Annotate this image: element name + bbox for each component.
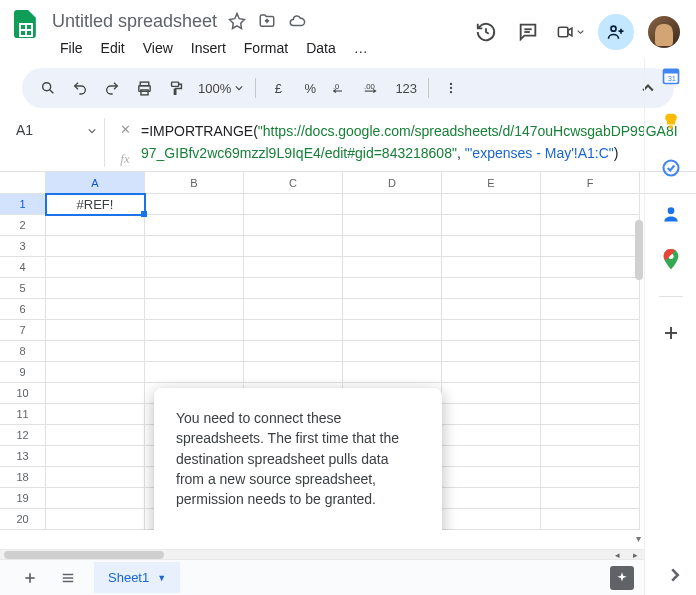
row-header[interactable]: 19 xyxy=(0,488,46,509)
cell[interactable] xyxy=(442,257,541,278)
cell[interactable] xyxy=(442,488,541,509)
print-icon[interactable] xyxy=(130,74,158,102)
cell[interactable] xyxy=(541,425,640,446)
name-box[interactable]: A1 xyxy=(8,118,104,142)
cell[interactable] xyxy=(46,488,145,509)
cell[interactable] xyxy=(244,320,343,341)
cell[interactable] xyxy=(541,278,640,299)
search-icon[interactable] xyxy=(34,74,62,102)
cell[interactable] xyxy=(541,467,640,488)
cell[interactable] xyxy=(541,383,640,404)
cell[interactable] xyxy=(46,341,145,362)
cell[interactable] xyxy=(343,299,442,320)
cell[interactable] xyxy=(541,341,640,362)
row-header[interactable]: 12 xyxy=(0,425,46,446)
vertical-scrollbar[interactable]: ▾ xyxy=(632,196,644,547)
cell[interactable] xyxy=(145,215,244,236)
paint-format-icon[interactable] xyxy=(162,74,190,102)
row-header[interactable]: 10 xyxy=(0,383,46,404)
decrease-decimal-icon[interactable]: .0 xyxy=(328,74,356,102)
all-sheets-icon[interactable] xyxy=(56,566,80,590)
cell[interactable] xyxy=(145,341,244,362)
cell[interactable] xyxy=(442,425,541,446)
cell[interactable] xyxy=(343,362,442,383)
cell[interactable] xyxy=(541,215,640,236)
cell[interactable] xyxy=(442,446,541,467)
cell[interactable] xyxy=(343,257,442,278)
cell[interactable] xyxy=(46,320,145,341)
maps-icon[interactable] xyxy=(661,250,681,270)
more-formats-button[interactable]: 123 xyxy=(392,74,420,102)
row-header[interactable]: 7 xyxy=(0,320,46,341)
cell[interactable] xyxy=(46,446,145,467)
row-header[interactable]: 11 xyxy=(0,404,46,425)
cell[interactable] xyxy=(46,257,145,278)
menu-file[interactable]: File xyxy=(52,36,91,60)
cell[interactable] xyxy=(46,404,145,425)
row-header[interactable]: 5 xyxy=(0,278,46,299)
cell[interactable] xyxy=(244,299,343,320)
column-header[interactable]: F xyxy=(541,172,640,193)
horizontal-scrollbar[interactable]: ◂▸ xyxy=(0,549,644,559)
cell[interactable] xyxy=(46,362,145,383)
column-header[interactable]: C xyxy=(244,172,343,193)
redo-icon[interactable] xyxy=(98,74,126,102)
cell[interactable] xyxy=(244,278,343,299)
column-header[interactable]: A xyxy=(46,172,145,193)
history-icon[interactable] xyxy=(472,18,500,46)
cell[interactable] xyxy=(145,362,244,383)
menu-edit[interactable]: Edit xyxy=(93,36,133,60)
more-toolbar-icon[interactable] xyxy=(437,74,465,102)
cell[interactable] xyxy=(244,257,343,278)
select-all-corner[interactable] xyxy=(0,172,46,193)
row-header[interactable]: 9 xyxy=(0,362,46,383)
cell[interactable] xyxy=(442,194,541,215)
meet-icon[interactable] xyxy=(556,18,584,46)
cell[interactable] xyxy=(541,488,640,509)
cell[interactable] xyxy=(46,236,145,257)
cell[interactable] xyxy=(442,383,541,404)
menu-more[interactable]: … xyxy=(346,36,376,60)
cell[interactable] xyxy=(343,194,442,215)
menu-data[interactable]: Data xyxy=(298,36,344,60)
cell[interactable] xyxy=(244,341,343,362)
share-button[interactable] xyxy=(598,14,634,50)
cell[interactable] xyxy=(541,236,640,257)
explore-button[interactable] xyxy=(610,566,634,590)
cancel-formula-icon[interactable]: ✕ xyxy=(120,122,131,137)
cell[interactable] xyxy=(145,194,244,215)
cell[interactable] xyxy=(46,425,145,446)
row-header[interactable]: 1 xyxy=(0,194,46,215)
calendar-icon[interactable]: 31 xyxy=(661,66,681,86)
cell[interactable] xyxy=(46,467,145,488)
side-panel-toggle-icon[interactable] xyxy=(668,568,682,585)
keep-icon[interactable] xyxy=(661,112,681,132)
row-header[interactable]: 18 xyxy=(0,467,46,488)
cell[interactable] xyxy=(145,299,244,320)
cell[interactable] xyxy=(46,299,145,320)
increase-decimal-icon[interactable]: .00 xyxy=(360,74,388,102)
tasks-icon[interactable] xyxy=(661,158,681,178)
cell[interactable] xyxy=(442,467,541,488)
row-header[interactable]: 4 xyxy=(0,257,46,278)
cell[interactable] xyxy=(442,509,541,530)
column-header[interactable]: E xyxy=(442,172,541,193)
menu-insert[interactable]: Insert xyxy=(183,36,234,60)
cell[interactable]: #REF! xyxy=(46,194,145,215)
sheets-logo[interactable] xyxy=(10,10,46,46)
row-header[interactable]: 13 xyxy=(0,446,46,467)
cell[interactable] xyxy=(442,362,541,383)
cell[interactable] xyxy=(442,341,541,362)
row-header[interactable]: 8 xyxy=(0,341,46,362)
row-header[interactable]: 2 xyxy=(0,215,46,236)
undo-icon[interactable] xyxy=(66,74,94,102)
row-header[interactable]: 6 xyxy=(0,299,46,320)
star-icon[interactable] xyxy=(227,11,247,31)
cell[interactable] xyxy=(541,362,640,383)
cell[interactable] xyxy=(145,278,244,299)
cell[interactable] xyxy=(442,215,541,236)
cell[interactable] xyxy=(541,509,640,530)
cell[interactable] xyxy=(244,215,343,236)
formula-input[interactable]: =IMPORTRANGE("https://docs.google.com/sp… xyxy=(135,118,688,167)
cell[interactable] xyxy=(244,194,343,215)
